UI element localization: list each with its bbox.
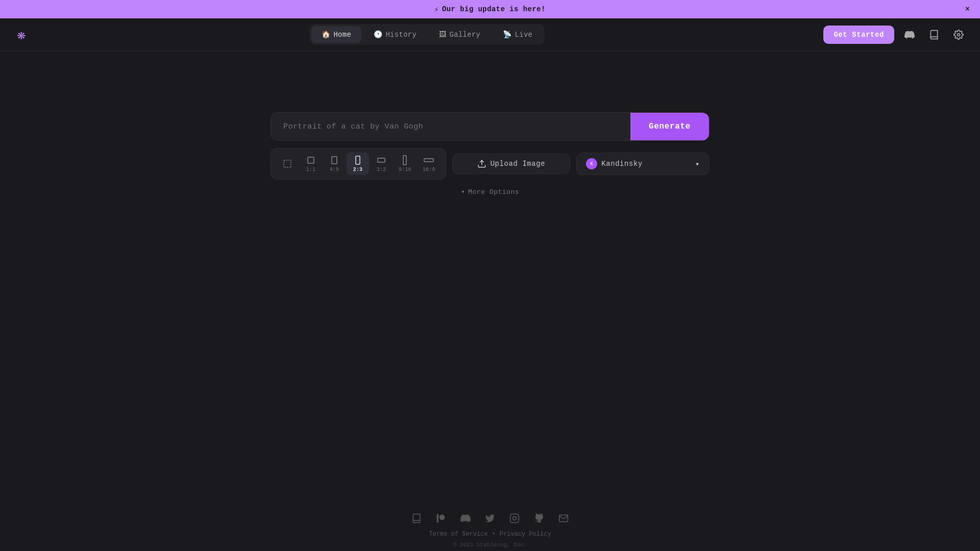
main-content: Generate 1:1 [0,51,980,196]
prompt-input[interactable] [271,113,630,140]
svg-point-0 [957,33,960,36]
model-icon: K [586,158,597,169]
terms-of-service-link[interactable]: Terms of Service [429,531,487,538]
svg-rect-3 [332,157,337,164]
tab-gallery-label: Gallery [449,31,480,39]
discord-icon [904,30,915,40]
footer-separator: • [492,531,496,538]
tab-home[interactable]: 🏠 Home [311,26,361,43]
banner-text: Our big update is here! [442,5,546,13]
settings-icon [953,30,964,40]
prompt-container: Generate [271,112,709,141]
notification-banner: ⚡ Our big update is here! × [0,0,980,18]
ar-2-3[interactable]: 2:3 [347,153,369,175]
chevron-down-icon: ▾ [461,188,465,196]
nav-right: Get Started [823,26,968,44]
more-options-label: More Options [468,188,519,196]
model-dropdown[interactable]: K Kandinsky ▾ [576,153,709,175]
svg-rect-7 [424,159,433,162]
book-icon [929,30,939,40]
footer-twitter-icon[interactable] [485,513,495,527]
svg-rect-6 [403,156,406,165]
ar-16-9[interactable]: 16:9 [418,153,440,175]
live-icon: 📡 [503,30,511,39]
svg-rect-10 [437,514,438,523]
footer: Terms of Service • Privacy Policy © 2023… [0,510,980,551]
svg-point-9 [439,515,445,520]
ar-1-1[interactable]: 1:1 [300,153,322,175]
get-started-button[interactable]: Get Started [823,26,894,44]
privacy-policy-link[interactable]: Privacy Policy [500,531,551,538]
gallery-icon: 🖼 [439,31,446,39]
model-name: Kandinsky [601,160,643,168]
tab-history-label: History [385,31,416,39]
footer-copyright: © 2023 Stablecog, Inc. [453,542,527,548]
upload-image-button[interactable]: Upload Image [452,154,571,174]
aspect-ratio-selector: 1:1 4:5 2:3 [271,148,446,180]
navbar: ❋ 🏠 Home 🕐 History 🖼 Gallery 📡 Live Get … [0,18,980,51]
footer-discord-icon[interactable] [460,513,471,527]
home-icon: 🏠 [322,30,330,39]
footer-links: Terms of Service • Privacy Policy [429,531,551,538]
ar-4-5[interactable]: 4:5 [323,153,346,175]
upload-label: Upload Image [491,160,546,168]
footer-github-icon[interactable] [534,513,544,527]
tab-home-label: Home [333,31,351,39]
svg-rect-1 [284,160,291,167]
settings-button[interactable] [949,26,968,44]
chevron-down-icon: ▾ [695,160,700,168]
tab-live-label: Live [515,31,533,39]
more-options-button[interactable]: ▾ More Options [461,188,519,196]
tab-live[interactable]: 📡 Live [493,26,543,43]
controls-row: 1:1 4:5 2:3 [271,148,709,180]
ar-free[interactable] [276,156,299,171]
discord-button[interactable] [900,26,919,44]
docs-button[interactable] [925,26,943,44]
banner-close-button[interactable]: × [965,6,970,13]
history-icon: 🕐 [374,30,382,39]
ar-9-16[interactable]: 9:16 [394,153,416,175]
svg-rect-5 [378,158,385,162]
footer-icons [411,513,569,527]
footer-instagram-icon[interactable] [509,513,520,527]
footer-book-icon[interactable] [411,513,422,527]
ar-3-2[interactable]: 3:2 [370,153,393,175]
generate-button[interactable]: Generate [630,113,709,140]
footer-mail-icon[interactable] [558,513,569,527]
upload-icon [477,159,486,168]
svg-rect-4 [356,156,360,164]
footer-patreon-icon[interactable] [436,513,446,527]
model-left: K Kandinsky [586,158,643,169]
tab-gallery[interactable]: 🖼 Gallery [429,27,491,43]
tab-history[interactable]: 🕐 History [363,26,427,43]
svg-rect-11 [510,514,519,523]
logo-icon: ❋ [17,26,26,43]
svg-rect-2 [308,157,314,163]
nav-tabs: 🏠 Home 🕐 History 🖼 Gallery 📡 Live [309,24,545,45]
lightning-icon: ⚡ [434,5,439,14]
logo[interactable]: ❋ [12,26,31,44]
